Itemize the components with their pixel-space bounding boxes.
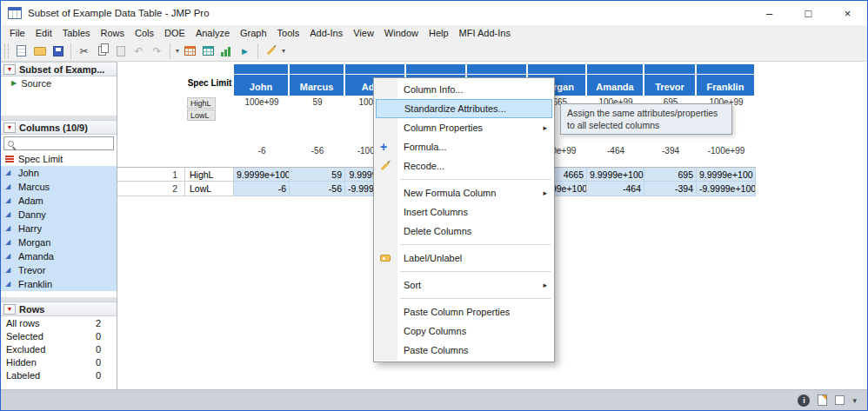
- redo-button[interactable]: ↷: [148, 42, 166, 60]
- maximize-button[interactable]: □: [789, 1, 828, 25]
- info-icon[interactable]: i: [798, 394, 810, 407]
- cell-marcus[interactable]: 59: [290, 167, 345, 182]
- cell-franklin[interactable]: -9.9999e+100: [697, 182, 756, 196]
- column-header-franklin[interactable]: Franklin: [697, 64, 756, 96]
- column-header-trevor[interactable]: Trevor: [644, 64, 697, 96]
- cell-spec-limit[interactable]: HighL: [185, 167, 234, 182]
- cell-amanda[interactable]: -464: [587, 182, 644, 196]
- menu-item-sort[interactable]: Sort ▸: [374, 275, 554, 295]
- column-item-harry[interactable]: ◢ Harry: [1, 222, 117, 235]
- new-data-table-button[interactable]: [181, 42, 199, 60]
- close-button[interactable]: ×: [828, 1, 867, 25]
- columns-panel-title: Columns (10/9): [19, 123, 88, 133]
- menu-file[interactable]: File: [4, 25, 30, 41]
- columns-search-input[interactable]: [3, 136, 114, 150]
- pencil-icon: [267, 47, 276, 56]
- menu-doe[interactable]: DOE: [159, 25, 190, 41]
- red-triangle-icon[interactable]: ▼: [3, 64, 16, 75]
- menu-add-ins[interactable]: Add-Ins: [304, 25, 348, 41]
- cell-marcus[interactable]: -56: [290, 182, 345, 196]
- menu-window[interactable]: Window: [379, 25, 424, 41]
- copy-button[interactable]: [93, 42, 111, 60]
- column-header-marcus[interactable]: Marcus: [290, 64, 345, 96]
- menu-mfi-add-ins[interactable]: MFI Add-Ins: [454, 25, 516, 41]
- column-item-adam[interactable]: ◢ Adam: [1, 194, 117, 208]
- column-item-label: Morgan: [18, 237, 50, 248]
- menu-item-column-info[interactable]: Column Info...: [374, 80, 554, 99]
- open-file-button[interactable]: [30, 42, 49, 60]
- run-script-button[interactable]: ▶: [236, 42, 254, 60]
- menu-item-column-properties[interactable]: Column Properties ▸: [374, 118, 554, 137]
- rows-panel-title: Rows: [19, 304, 44, 315]
- jmp-app-icon: [8, 7, 22, 19]
- column-header-john[interactable]: John: [234, 64, 290, 96]
- graph-builder-button[interactable]: [217, 42, 236, 60]
- menu-edit[interactable]: Edit: [30, 25, 57, 41]
- status-square-button[interactable]: [835, 395, 845, 405]
- open-journal-button[interactable]: [199, 42, 217, 60]
- cell-trevor[interactable]: 695: [644, 167, 697, 182]
- menu-item-copy-columns[interactable]: Copy Columns: [374, 322, 554, 341]
- minimize-button[interactable]: –: [750, 1, 789, 25]
- cell-franklin[interactable]: 9.9999e+100: [697, 167, 756, 182]
- continuous-column-icon: ◢: [5, 183, 15, 190]
- toolbar-overflow-caret-icon[interactable]: ▾: [174, 47, 181, 55]
- annotate-button[interactable]: [262, 42, 280, 60]
- cut-button[interactable]: ✂: [75, 42, 93, 60]
- menu-item-delete-columns[interactable]: Delete Columns: [374, 222, 554, 241]
- menu-item-insert-columns[interactable]: Insert Columns: [374, 202, 554, 222]
- menu-item-recode[interactable]: Recode...: [374, 156, 554, 176]
- log-status-icon[interactable]: [818, 394, 827, 406]
- column-item-spec-limit[interactable]: Spec Limit: [1, 152, 117, 166]
- column-item-danny[interactable]: ◢ Danny: [1, 208, 117, 222]
- rows-stat-all-rows[interactable]: All rows 2: [1, 316, 117, 329]
- menu-item-standardize-attributes[interactable]: Standardize Attributes...: [376, 99, 552, 118]
- rows-stat-hidden[interactable]: Hidden 0: [1, 355, 117, 368]
- new-file-button[interactable]: [12, 42, 30, 60]
- column-item-trevor[interactable]: ◢ Trevor: [1, 263, 117, 277]
- column-item-amanda[interactable]: ◢ Amanda: [1, 249, 117, 263]
- toolbar-grip[interactable]: [4, 44, 9, 58]
- column-item-marcus[interactable]: ◢ Marcus: [1, 180, 117, 194]
- row-number[interactable]: 1: [117, 167, 185, 182]
- rows-stat-labeled[interactable]: Labeled 0: [1, 368, 117, 381]
- toolbar-more-caret-icon[interactable]: ▾: [280, 47, 287, 55]
- source-item[interactable]: ▶ Source: [1, 76, 117, 89]
- rows-stat-excluded[interactable]: Excluded 0: [1, 342, 117, 355]
- menu-cols[interactable]: Cols: [130, 25, 159, 41]
- menu-item-paste-column-properties[interactable]: Paste Column Properties: [374, 302, 554, 322]
- status-caret-icon[interactable]: ▾: [852, 396, 857, 405]
- menu-item-formula[interactable]: + Formula...: [374, 137, 554, 156]
- cell-amanda[interactable]: 9.9999e+100: [587, 167, 644, 182]
- menu-tables[interactable]: Tables: [57, 25, 96, 41]
- menu-separator: [400, 179, 551, 180]
- menu-tools[interactable]: Tools: [272, 25, 305, 41]
- source-disclosure-icon[interactable]: ▶: [11, 79, 17, 87]
- columns-context-menu: Column Info... Standardize Attributes...…: [373, 77, 555, 362]
- column-item-john[interactable]: ◢ John: [1, 166, 117, 180]
- column-header-spec-limit[interactable]: Spec Limit: [185, 64, 234, 96]
- paste-button[interactable]: [111, 42, 130, 60]
- red-triangle-icon[interactable]: ▼: [3, 123, 16, 133]
- rows-stat-selected[interactable]: Selected 0: [1, 329, 117, 342]
- menu-view[interactable]: View: [348, 25, 379, 41]
- cell-trevor[interactable]: -394: [644, 182, 697, 196]
- cell-spec-limit[interactable]: LowL: [185, 182, 234, 196]
- undo-button[interactable]: ↶: [130, 42, 148, 60]
- menu-item-paste-columns[interactable]: Paste Columns: [374, 341, 554, 360]
- menu-help[interactable]: Help: [424, 25, 454, 41]
- menu-item-new-formula-column[interactable]: New Formula Column ▸: [374, 183, 554, 202]
- menu-rows[interactable]: Rows: [96, 25, 130, 41]
- column-item-morgan[interactable]: ◢ Morgan: [1, 235, 117, 249]
- title-bar: Subset of Example Data Table - JMP Pro –…: [1, 1, 867, 25]
- menu-item-label-unlabel[interactable]: Label/Unlabel: [374, 249, 554, 268]
- column-header-amanda[interactable]: Amanda: [587, 64, 644, 96]
- menu-graph[interactable]: Graph: [235, 25, 272, 41]
- cell-john[interactable]: 9.9999e+100: [234, 167, 290, 182]
- cell-john[interactable]: -6: [234, 182, 290, 196]
- menu-analyze[interactable]: Analyze: [190, 25, 235, 41]
- save-button[interactable]: [49, 42, 67, 60]
- red-triangle-icon[interactable]: ▼: [3, 304, 16, 315]
- row-number[interactable]: 2: [117, 182, 185, 196]
- column-item-franklin[interactable]: ◢ Franklin: [1, 277, 117, 291]
